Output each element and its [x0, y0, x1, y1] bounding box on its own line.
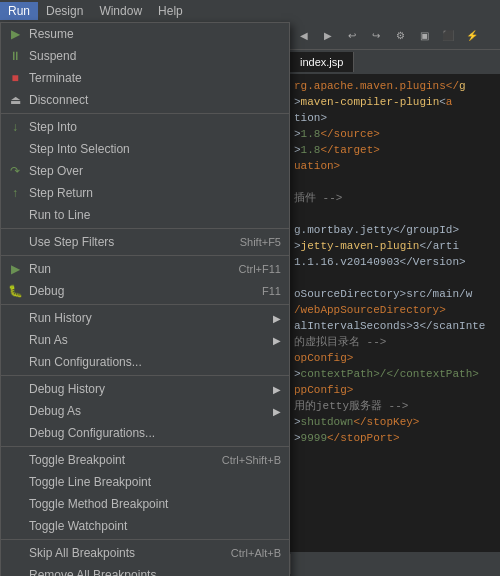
- menu-run-configurations[interactable]: Run Configurations...: [1, 351, 289, 373]
- toggle-bp-shortcut: Ctrl+Shift+B: [222, 454, 281, 466]
- menubar: Run Design Window Help: [0, 0, 500, 22]
- use-step-filters-shortcut: Shift+F5: [240, 236, 281, 248]
- editor-line: >maven-compiler-plugin<a: [294, 94, 496, 110]
- separator-5: [1, 375, 289, 376]
- editor-line: rg.apache.maven.plugins</g: [294, 78, 496, 94]
- editor-line: >jetty-maven-plugin</arti: [294, 238, 496, 254]
- menu-step-into-selection[interactable]: Step Into Selection: [1, 138, 289, 160]
- toolbar-btn-4[interactable]: ↪: [366, 26, 386, 46]
- editor-line: alIntervalSeconds>3</scanInte: [294, 318, 496, 334]
- editor-line: tion>: [294, 110, 496, 126]
- separator-1: [1, 113, 289, 114]
- menu-step-return[interactable]: ↑ Step Return: [1, 182, 289, 204]
- editor-line: >1.8</source>: [294, 126, 496, 142]
- debug-as-arrow: ▶: [273, 406, 281, 417]
- menu-suspend[interactable]: ⏸ Suspend: [1, 45, 289, 67]
- separator-7: [1, 539, 289, 540]
- editor-line: >contextPath>/</contextPath>: [294, 366, 496, 382]
- menubar-window[interactable]: Window: [91, 2, 150, 20]
- menu-remove-all-breakpoints[interactable]: Remove All Breakpoints: [1, 564, 289, 576]
- disconnect-icon: ⏏: [5, 90, 25, 110]
- debug-history-arrow: ▶: [273, 384, 281, 395]
- editor-toolbar: ◀ ▶ ↩ ↪ ⚙ ▣ ⬛ ⚡: [290, 22, 500, 50]
- run-as-arrow: ▶: [273, 335, 281, 346]
- menu-terminate[interactable]: ■ Terminate: [1, 67, 289, 89]
- menu-use-step-filters[interactable]: Use Step Filters Shift+F5: [1, 231, 289, 253]
- toolbar-btn-7[interactable]: ⬛: [438, 26, 458, 46]
- toolbar-btn-6[interactable]: ▣: [414, 26, 434, 46]
- menubar-help[interactable]: Help: [150, 2, 191, 20]
- editor-tabbar: index.jsp: [290, 50, 500, 74]
- menu-toggle-breakpoint[interactable]: Toggle Breakpoint Ctrl+Shift+B: [1, 449, 289, 471]
- step-into-icon: ↓: [5, 117, 25, 137]
- editor-line: >shutdown</stopKey>: [294, 414, 496, 430]
- separator-4: [1, 304, 289, 305]
- menu-step-over[interactable]: ↷ Step Over: [1, 160, 289, 182]
- editor-line: ppConfig>: [294, 382, 496, 398]
- editor-line: 用的jetty服务器 -->: [294, 398, 496, 414]
- menu-toggle-watchpoint[interactable]: Toggle Watchpoint: [1, 515, 289, 537]
- editor-line: 插件 -->: [294, 190, 496, 206]
- editor-line: >1.8</target>: [294, 142, 496, 158]
- menu-toggle-line-breakpoint[interactable]: Toggle Line Breakpoint: [1, 471, 289, 493]
- debug-icon: 🐛: [5, 281, 25, 301]
- menu-step-into[interactable]: ↓ Step Into: [1, 116, 289, 138]
- editor-line: uation>: [294, 158, 496, 174]
- menu-debug[interactable]: 🐛 Debug F11: [1, 280, 289, 302]
- resume-icon: ▶: [5, 24, 25, 44]
- menu-debug-configurations[interactable]: Debug Configurations...: [1, 422, 289, 444]
- terminate-icon: ■: [5, 68, 25, 88]
- run-history-arrow: ▶: [273, 313, 281, 324]
- editor-line: /webAppSourceDirectory>: [294, 302, 496, 318]
- toolbar-btn-8[interactable]: ⚡: [462, 26, 482, 46]
- editor-line: [294, 206, 496, 222]
- run-dropdown-menu: ▶ Resume ⏸ Suspend ■ Terminate ⏏ Disconn…: [0, 22, 290, 576]
- editor-line: 1.1.16.v20140903</Version>: [294, 254, 496, 270]
- run-icon: ▶: [5, 259, 25, 279]
- separator-3: [1, 255, 289, 256]
- menu-disconnect[interactable]: ⏏ Disconnect: [1, 89, 289, 111]
- menu-run[interactable]: ▶ Run Ctrl+F11: [1, 258, 289, 280]
- editor-tab-index[interactable]: index.jsp: [290, 52, 354, 72]
- run-shortcut: Ctrl+F11: [239, 263, 282, 275]
- menu-run-to-line[interactable]: Run to Line: [1, 204, 289, 226]
- editor-line: oSourceDirectory>src/main/w: [294, 286, 496, 302]
- toolbar-btn-1[interactable]: ◀: [294, 26, 314, 46]
- editor-line: opConfig>: [294, 350, 496, 366]
- menu-skip-all-breakpoints[interactable]: Skip All Breakpoints Ctrl+Alt+B: [1, 542, 289, 564]
- toolbar-btn-5[interactable]: ⚙: [390, 26, 410, 46]
- menubar-run[interactable]: Run: [0, 2, 38, 20]
- menu-run-history[interactable]: Run History ▶: [1, 307, 289, 329]
- editor-content: rg.apache.maven.plugins</g >maven-compil…: [290, 74, 500, 576]
- menubar-design[interactable]: Design: [38, 2, 91, 20]
- debug-shortcut: F11: [262, 285, 281, 297]
- toolbar-btn-2[interactable]: ▶: [318, 26, 338, 46]
- editor-line: [294, 174, 496, 190]
- separator-2: [1, 228, 289, 229]
- menu-resume[interactable]: ▶ Resume: [1, 23, 289, 45]
- editor-line: 的虚拟目录名 -->: [294, 334, 496, 350]
- skip-all-bp-shortcut: Ctrl+Alt+B: [231, 547, 281, 559]
- suspend-icon: ⏸: [5, 46, 25, 66]
- editor-line: g.mortbay.jetty</groupId>: [294, 222, 496, 238]
- menu-run-as[interactable]: Run As ▶: [1, 329, 289, 351]
- menu-toggle-method-breakpoint[interactable]: Toggle Method Breakpoint: [1, 493, 289, 515]
- menu-debug-history[interactable]: Debug History ▶: [1, 378, 289, 400]
- editor-line: [294, 270, 496, 286]
- editor-line: >9999</stopPort>: [294, 430, 496, 446]
- separator-6: [1, 446, 289, 447]
- toolbar-btn-3[interactable]: ↩: [342, 26, 362, 46]
- menu-debug-as[interactable]: Debug As ▶: [1, 400, 289, 422]
- step-over-icon: ↷: [5, 161, 25, 181]
- step-return-icon: ↑: [5, 183, 25, 203]
